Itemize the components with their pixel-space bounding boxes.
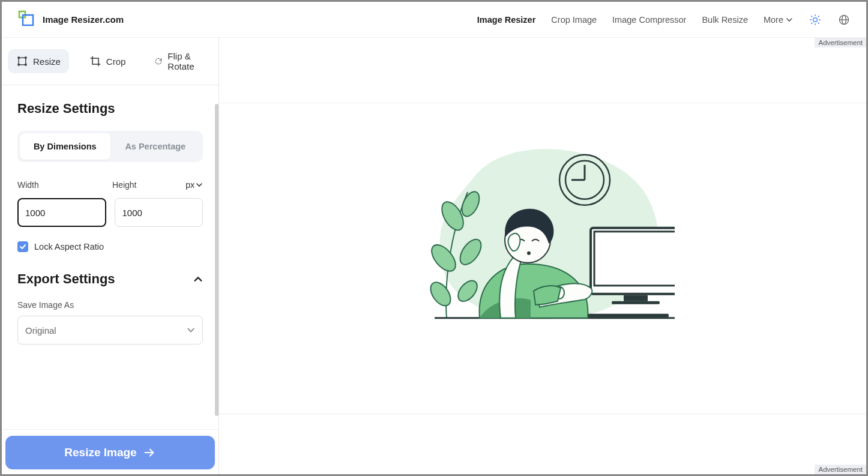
- tool-tabs: Resize Crop Flip & Rotate: [2, 38, 219, 85]
- svg-rect-15: [18, 57, 20, 59]
- seg-by-dimensions[interactable]: By Dimensions: [20, 133, 110, 160]
- nav-crop-image[interactable]: Crop Image: [551, 15, 597, 25]
- svg-point-35: [527, 251, 531, 255]
- ad-label-bottom: Advertisement: [815, 465, 866, 474]
- tab-crop-label: Crop: [106, 56, 126, 67]
- svg-point-2: [813, 17, 818, 22]
- svg-rect-18: [25, 64, 26, 65]
- nav-bulk-resize[interactable]: Bulk Resize: [702, 15, 748, 25]
- sidebar-footer: Resize Image: [2, 429, 219, 474]
- nav-links: Image Resizer Crop Image Image Compresso…: [477, 13, 851, 26]
- svg-rect-28: [594, 231, 675, 285]
- brand[interactable]: Image Resizer.com: [17, 10, 124, 30]
- rotate-icon: [154, 55, 163, 67]
- svg-line-7: [812, 16, 812, 16]
- svg-rect-1: [23, 15, 33, 25]
- export-settings-title: Export Settings: [17, 271, 115, 287]
- settings-panel: Resize Settings By Dimensions As Percent…: [2, 85, 219, 429]
- nav-image-compressor[interactable]: Image Compressor: [612, 15, 686, 25]
- cta-label: Resize Image: [64, 446, 136, 459]
- lock-aspect-label: Lock Aspect Ratio: [34, 242, 104, 252]
- svg-rect-32: [579, 313, 669, 317]
- lock-aspect-checkbox[interactable]: [17, 241, 28, 252]
- save-as-label: Save Image As: [17, 300, 203, 310]
- width-label: Width: [17, 180, 108, 190]
- svg-rect-29: [624, 295, 648, 301]
- height-label: Height: [112, 180, 136, 190]
- sidebar: Resize Crop Flip & Rotate Resize Setting…: [2, 38, 219, 474]
- unit-label: px: [185, 180, 194, 190]
- resize-settings-title: Resize Settings: [17, 101, 203, 116]
- chevron-up-icon: [193, 274, 203, 284]
- scrollbar[interactable]: [215, 104, 219, 416]
- tab-crop[interactable]: Crop: [81, 49, 134, 73]
- svg-rect-14: [19, 58, 26, 65]
- tab-flip-rotate-label: Flip & Rotate: [167, 51, 204, 71]
- logo-icon: [17, 10, 35, 30]
- chevron-down-icon: [196, 181, 203, 188]
- language-icon[interactable]: [837, 13, 851, 26]
- tab-flip-rotate[interactable]: Flip & Rotate: [146, 45, 212, 77]
- tab-resize-label: Resize: [33, 56, 61, 67]
- crop-icon: [89, 55, 101, 67]
- tab-resize[interactable]: Resize: [8, 49, 69, 73]
- theme-icon[interactable]: [809, 13, 822, 26]
- resize-mode-segment: By Dimensions As Percentage: [17, 131, 203, 162]
- chevron-down-icon: [187, 326, 195, 334]
- check-icon: [19, 243, 26, 250]
- brand-name: Image Resizer.com: [43, 14, 124, 25]
- canvas-area: Advertisement Advertisement: [219, 38, 866, 474]
- ad-label-top: Advertisement: [815, 38, 866, 47]
- svg-line-9: [812, 23, 812, 23]
- svg-rect-16: [25, 57, 26, 59]
- nav-more-label: More: [764, 15, 783, 25]
- nav-more[interactable]: More: [764, 15, 793, 25]
- svg-rect-17: [18, 64, 20, 65]
- svg-line-8: [818, 23, 819, 23]
- width-input[interactable]: [17, 198, 106, 227]
- arrow-right-icon: [143, 446, 156, 459]
- placeholder-illustration: [411, 137, 675, 342]
- nav-image-resizer[interactable]: Image Resizer: [477, 15, 536, 25]
- export-settings-header[interactable]: Export Settings: [17, 271, 203, 287]
- unit-select[interactable]: px: [185, 180, 203, 190]
- resize-icon: [16, 55, 28, 67]
- chevron-down-icon: [786, 16, 793, 23]
- format-select[interactable]: Original: [17, 316, 203, 345]
- seg-as-percentage[interactable]: As Percentage: [110, 133, 201, 160]
- svg-rect-30: [612, 301, 660, 304]
- top-nav: Image Resizer.com Image Resizer Crop Ima…: [2, 2, 866, 38]
- format-value: Original: [25, 325, 56, 336]
- height-input[interactable]: [115, 198, 203, 227]
- svg-line-10: [818, 16, 819, 16]
- resize-image-button[interactable]: Resize Image: [5, 436, 215, 469]
